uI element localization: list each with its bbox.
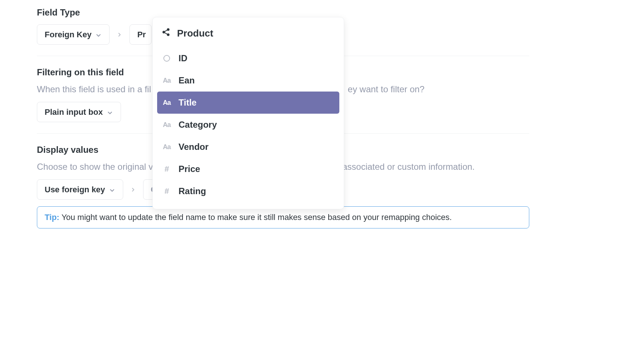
dropdown-item-category[interactable]: AaCategory [153,114,344,136]
dropdown-item-label: Title [179,97,197,108]
filtering-desc-right: ey want to filter on? [348,84,425,94]
dropdown-item-label: Ean [179,75,195,86]
id-type-icon [162,55,172,62]
label-field-type: Field Type [37,7,644,18]
svg-point-0 [167,29,169,31]
fk-target-select-truncated[interactable]: Pr [129,24,152,45]
dropdown-item-id[interactable]: ID [153,47,344,69]
field-picker-dropdown: Product IDAaEanAaTitleAaCategoryAaVendor… [152,17,344,209]
fk-target-value: Pr [137,30,146,39]
dropdown-item-label: ID [179,53,187,63]
tip-label: Tip: [45,213,59,222]
text-type-icon: Aa [162,143,172,151]
number-type-icon: # [162,186,172,196]
display-desc-right: associated or custom information. [342,162,475,172]
filtering-desc-left: When this field is used in a fil [37,84,151,94]
chevron-right-icon [129,186,137,194]
field-type-select[interactable]: Foreign Key [37,24,110,45]
chevron-down-icon [107,109,113,116]
text-type-icon: Aa [162,99,172,107]
dropdown-item-price[interactable]: #Price [153,158,344,180]
filtering-select[interactable]: Plain input box [37,102,121,122]
connected-table-icon [162,28,170,39]
filtering-value: Plain input box [45,107,103,117]
dropdown-item-ean[interactable]: AaEan [153,69,344,92]
dropdown-item-title[interactable]: AaTitle [157,92,339,114]
dropdown-item-vendor[interactable]: AaVendor [153,136,344,158]
number-type-icon: # [162,164,172,174]
chevron-right-icon [115,31,124,39]
text-type-icon: Aa [162,77,172,85]
dropdown-item-label: Rating [179,186,206,196]
field-type-value: Foreign Key [45,30,91,39]
tip-text: You might want to update the field name … [59,213,452,222]
display-desc-left: Choose to show the original v [37,162,153,172]
svg-line-4 [165,32,167,34]
svg-point-2 [167,34,169,36]
dropdown-item-label: Category [179,120,217,130]
svg-line-3 [165,30,167,32]
text-type-icon: Aa [162,121,172,129]
tip-banner: Tip: You might want to update the field … [37,206,529,228]
chevron-down-icon [95,31,102,38]
display-source-value: Use foreign key [45,185,105,195]
chevron-down-icon [109,186,115,193]
dropdown-header-label: Product [177,28,213,39]
dropdown-item-label: Price [179,164,200,174]
display-source-select[interactable]: Use foreign key [37,179,123,200]
svg-point-1 [163,31,165,33]
dropdown-item-rating[interactable]: #Rating [153,180,344,202]
dropdown-header: Product [153,23,344,47]
dropdown-item-label: Vendor [179,142,208,152]
